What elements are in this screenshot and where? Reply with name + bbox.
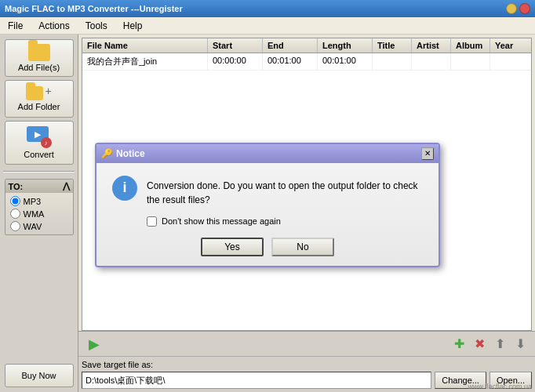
dialog-close-button[interactable]: ✕ <box>421 147 434 160</box>
info-icon: i <box>112 176 137 201</box>
dialog-buttons: Yes No <box>112 238 423 256</box>
dont-show-checkbox[interactable] <box>147 216 157 227</box>
notice-dialog: 🔑 Notice ✕ i Conversion done. Do you wan… <box>95 143 440 267</box>
dialog-title-left: 🔑 Notice <box>101 148 145 159</box>
close-button[interactable] <box>519 3 530 14</box>
dialog-title-text: Notice <box>116 148 145 159</box>
dont-show-label: Don't show this message again <box>162 216 281 226</box>
key-icon: 🔑 <box>101 148 113 159</box>
no-button[interactable]: No <box>271 238 334 256</box>
title-bar: Magic FLAC to MP3 Converter ---Unregiste… <box>0 0 535 17</box>
dialog-body: i Conversion done. Do you want to open t… <box>96 163 439 266</box>
dialog-titlebar: 🔑 Notice ✕ <box>96 144 439 163</box>
window-title: Magic FLAC to MP3 Converter ---Unregiste… <box>5 4 183 13</box>
dont-show-row: Don't show this message again <box>112 216 423 227</box>
minimize-button[interactable] <box>506 3 517 14</box>
dialog-message-text: Conversion done. Do you want to open the… <box>147 176 423 207</box>
dialog-message-row: i Conversion done. Do you want to open t… <box>112 176 423 207</box>
modal-overlay: 🔑 Notice ✕ i Conversion done. Do you wan… <box>0 17 535 392</box>
yes-button[interactable]: Yes <box>201 238 264 256</box>
window-controls <box>506 3 530 14</box>
